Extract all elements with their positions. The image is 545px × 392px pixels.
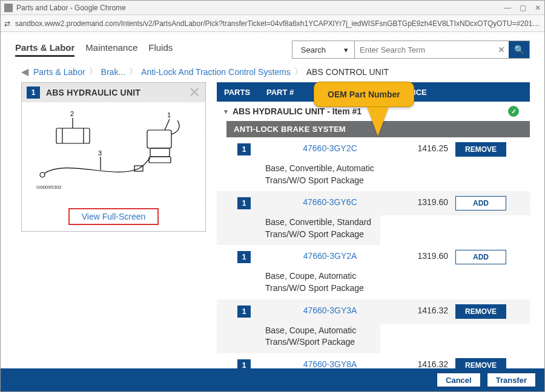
add-button[interactable]: ADD [455,196,506,211]
chevron-right-icon: 〉 [89,67,97,77]
diagram-id: G00095302 [36,185,62,190]
search-button[interactable]: 🔍 [509,41,529,58]
cancel-button[interactable]: Cancel [437,373,481,387]
breadcrumb-back-icon[interactable]: ◀ [21,66,28,77]
col-parts: PARTS [224,88,266,97]
tab-fluids[interactable]: Fluids [148,42,173,57]
site-info-icon[interactable]: ⇄ [4,19,10,28]
minimize-icon[interactable]: — [504,4,511,12]
diagram-title: ABS HYDRAULIC UNIT [46,88,140,97]
remove-button[interactable]: REMOVE [455,142,506,157]
part-row: 147660-3GY3A1416.32REMOVE [217,299,530,324]
crumb-brakes[interactable]: Brak... [101,67,125,77]
part-number-link[interactable]: 47660-3GY3A [266,304,394,315]
search-scope-dropdown[interactable]: Search ▾ [292,41,355,58]
price-value: 1416.32 [400,358,448,369]
check-icon: ✓ [508,106,519,117]
chevron-down-icon: ▾ [344,45,348,54]
qty-badge: 1 [237,143,251,155]
part-number-link[interactable]: 47660-3GY2A [266,250,394,261]
item-number-badge: 1 [27,87,40,99]
search-group: Search ▾ ✕ 🔍 [292,41,530,59]
qty-badge: 1 [237,251,251,263]
svg-line-8 [165,119,170,130]
part-description: Base, Coupe, Automatic Trans/W/Sport Pac… [217,324,380,353]
svg-rect-5 [147,130,171,148]
part-number-link[interactable]: 47660-3GY6C [266,196,394,207]
main-tabs: Parts & Labor Maintenance Fluids [15,42,173,57]
action-bar: Cancel Transfer [1,368,544,391]
close-icon[interactable]: ✕ [535,4,541,12]
chevron-right-icon: 〉 [294,67,303,77]
close-panel-icon[interactable]: ✕ [188,87,200,98]
app-icon [4,4,13,12]
callout-label: OEM Part Number [314,82,414,107]
svg-text:2: 2 [70,110,74,117]
svg-rect-7 [149,157,171,163]
chevron-right-icon: 〉 [129,67,137,77]
part-number-link[interactable]: 47660-3GY8A [266,358,394,369]
crumb-current: ABS CONTROL UNIT [306,67,389,77]
tab-maintenance[interactable]: Maintenance [85,42,137,57]
add-button[interactable]: ADD [455,250,506,264]
part-row: 147660-3GY6C1319.60ADD [217,191,530,215]
part-row: 147660-3GY2C1416.25REMOVE [217,137,530,162]
svg-point-10 [40,172,45,177]
price-value: 1319.60 [400,250,448,261]
crumb-parts-labor[interactable]: Parts & Labor [33,67,85,77]
price-value: 1416.25 [400,142,448,153]
part-description: Base, Convertible, Automatic Trans/W/O S… [217,162,380,191]
view-full-screen-link[interactable]: View Full-Screen [68,208,159,225]
clear-icon[interactable]: ✕ [494,45,509,54]
callout-arrow-icon [367,107,389,136]
diagram-panel: 1 ABS HYDRAULIC UNIT ✕ 2 [21,82,206,232]
tab-parts-labor[interactable]: Parts & Labor [15,42,74,57]
svg-rect-6 [150,148,170,157]
svg-rect-0 [56,128,90,143]
address-bar[interactable]: ⇄ sandbox.www2.prodemand.com/Intents/v2/… [1,15,544,32]
transfer-button[interactable]: Transfer [487,373,536,387]
part-row: 147660-3GY2A1319.60ADD [217,245,530,269]
qty-badge: 1 [237,305,251,318]
qty-badge: 1 [237,197,251,209]
part-description: Base, Convertible, Standard Trans/W/O Sp… [217,215,380,245]
svg-text:1: 1 [167,111,171,119]
tooltip-callout: OEM Part Number [314,82,414,136]
price-value: 1319.60 [400,196,448,207]
price-value: 1416.32 [400,304,448,315]
window-title: Parts and Labor - Google Chrome [16,4,126,12]
remove-button[interactable]: REMOVE [455,304,506,319]
search-scope-label: Search [301,45,326,54]
part-number-link[interactable]: 47660-3GY2C [266,142,394,153]
search-input[interactable] [355,42,494,57]
svg-text:3: 3 [98,149,102,157]
part-description: Base, Coupe, Automatic Trans/W/O Sport P… [217,269,380,299]
crumb-antilock[interactable]: Anti-Lock And Traction Control Systems [141,67,291,77]
maximize-icon[interactable]: ▢ [520,4,526,12]
window-titlebar: Parts and Labor - Google Chrome — ▢ ✕ [1,1,544,15]
part-diagram[interactable]: 2 1 3 [22,102,205,202]
collapse-icon: ▼ [223,108,229,115]
breadcrumb: ◀ Parts & Labor 〉 Brak... 〉 Anti-Lock An… [1,62,544,82]
search-icon: 🔍 [514,45,524,54]
url-text: sandbox.www2.prodemand.com/Intents/v2/Pa… [15,19,541,28]
